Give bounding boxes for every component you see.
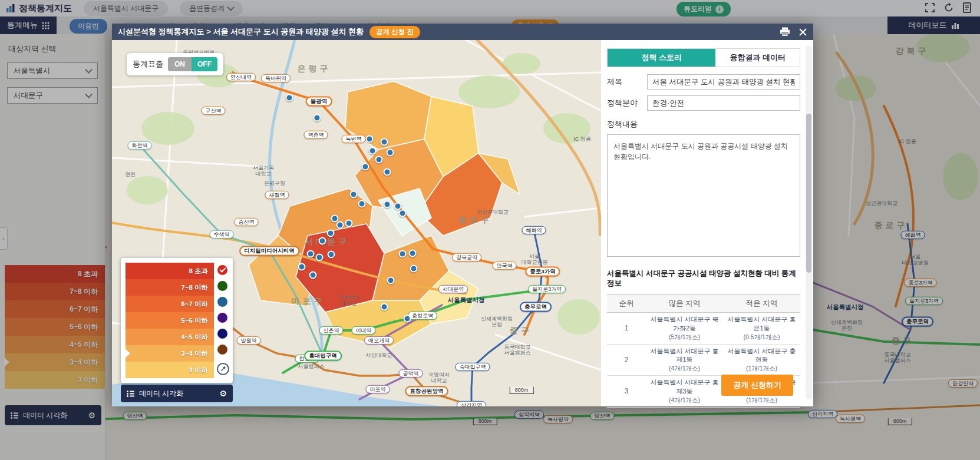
legend-band: 5~6 이하 xyxy=(126,312,214,329)
stats-table-cell: 서울특별시 서대문구 충현동(1개/1개소) xyxy=(723,344,800,376)
stats-table-cell: 1 xyxy=(607,313,646,345)
solar-facility-point xyxy=(375,156,383,164)
solar-facility-point xyxy=(387,277,395,284)
stats-table-cell: 3 xyxy=(607,376,646,408)
solar-facility-point xyxy=(298,263,306,271)
stats-section-title: 서울특별시 서대문구 공공시설 태양광 설치현황 대비 통계정보 xyxy=(607,269,800,289)
solar-facility-point xyxy=(307,250,315,258)
solar-facility-point xyxy=(410,265,418,273)
map-station-label: 애오개역 xyxy=(364,336,394,345)
toggle-on-button[interactable]: ON xyxy=(168,57,192,71)
solar-facility-point xyxy=(350,191,358,198)
toggle-off-button[interactable]: OFF xyxy=(192,57,217,71)
policy-map-modal: 시설분석형 정책통계지도 > 서울 서대문구 도시 공원과 태양광 설치 현황 … xyxy=(112,24,813,406)
stats-table-row: 2서울특별시 서대문구 홍제1동(4개/1개소)서울특별시 서대문구 충현동(1… xyxy=(607,344,800,376)
gear-icon[interactable]: ⚙ xyxy=(219,389,227,398)
layer-toggle-blue-dot[interactable] xyxy=(217,297,227,307)
layer-toggle-green-dot[interactable] xyxy=(217,281,227,291)
legend-band: 4~5 이하 xyxy=(126,329,214,345)
map-data-visualize-bar[interactable]: 데이터 시각화 ⚙ xyxy=(121,385,233,402)
map-label: 중구 xyxy=(510,326,532,335)
map-scale-bar: 800m xyxy=(510,387,534,394)
map-station-label: 새절역 xyxy=(265,191,289,199)
solar-facility-point xyxy=(366,135,374,143)
solar-facility-point xyxy=(328,251,335,259)
map-station-label: 수색역 xyxy=(210,230,234,239)
map-label: IC 정릉 xyxy=(573,136,591,142)
policy-statistics-map-app: 강북구성균관대학교종로구혜화역서울 대학교병원IC 정릉종로3가역을지로3가역서… xyxy=(0,0,980,460)
map-station-label: 녹번역 xyxy=(342,135,366,143)
layer-toggle-red-dot[interactable] xyxy=(217,265,227,275)
layer-toggle-navy-dot[interactable] xyxy=(217,329,227,339)
policy-story-panel: 정책 스토리 융합결과 데이터 제목 정책분야 정책내용 서울특별시 서대문구 … xyxy=(601,40,813,406)
solar-facility-point xyxy=(384,201,391,209)
map-station-label: 삼각지역 xyxy=(457,401,486,406)
map-station-label: 마포역 xyxy=(366,385,390,393)
map-station-label: 불광역 xyxy=(306,97,332,107)
solar-facility-point xyxy=(381,303,388,311)
map-label: 현천 xyxy=(125,171,136,177)
map-station-label: 독바위역 xyxy=(261,74,291,82)
title-input[interactable] xyxy=(647,74,800,90)
stats-table-cell: 서울특별시 서대문구 홍제1동(4개/1개소) xyxy=(646,344,723,376)
panel-scrollbar-thumb[interactable] xyxy=(806,114,811,273)
print-icon[interactable] xyxy=(780,27,790,37)
map-legend-panel: 8 초과7~8 이하6~7 이하5~6 이하4~5 이하3~4 이하3 이하 xyxy=(121,258,233,383)
map-station-label: 연신내역 xyxy=(226,73,256,81)
solar-facility-point xyxy=(316,254,324,262)
map-station-label: 숙대입구역 xyxy=(456,363,490,371)
title-field-label: 제목 xyxy=(607,77,647,87)
map-station-label: 홍대입구역 xyxy=(304,351,342,361)
solar-facility-point xyxy=(384,168,391,176)
modal-map[interactable]: 은평성모병원은평구연신내역독바위역불광역구산역역촌역화전역녹번역현천IC 정릉서… xyxy=(112,40,601,406)
solar-facility-point xyxy=(327,230,335,237)
map-station-label: 충정로역 xyxy=(408,312,437,320)
solar-facility-point xyxy=(409,250,417,257)
compass-icon[interactable] xyxy=(217,363,229,375)
map-station-label: 안국역 xyxy=(493,262,517,270)
map-label: 숙명여자 대학교 xyxy=(428,372,450,384)
tab-fusion-data[interactable]: 융합결과 데이터 xyxy=(715,49,800,67)
solar-facility-point xyxy=(345,220,353,227)
panel-scrollbar[interactable] xyxy=(806,46,812,399)
layer-toggle-purple-dot[interactable] xyxy=(217,313,227,323)
map-label: 마포구 xyxy=(292,296,325,306)
stats-table-cell: 서울특별시 서대문구 홍제3동(4개/1개소) xyxy=(646,376,723,408)
col-many-region: 많은 지역 xyxy=(646,295,723,313)
map-station-label: 화전역 xyxy=(128,141,152,150)
col-few-region: 적은 지역 xyxy=(723,295,800,313)
map-station-label: 경복궁역 xyxy=(452,253,481,262)
map-station-label: 종로3가역 xyxy=(525,267,560,277)
map-station-label: 구산역 xyxy=(202,107,226,115)
map-station-label: 서대문역 xyxy=(438,285,468,293)
map-label: 서울 대학교병원 xyxy=(522,253,548,266)
publish-request-button[interactable]: 공개 신청하기 xyxy=(721,375,793,396)
solar-facility-point xyxy=(336,221,344,229)
map-station-label: 효창공원앞역 xyxy=(405,386,448,396)
stat-toggle-label: 통계표출 xyxy=(133,59,163,70)
map-label: 은평구 xyxy=(298,64,331,73)
panel-tabs: 정책 스토리 융합결과 데이터 xyxy=(607,48,800,67)
solar-facility-point xyxy=(399,210,407,217)
layer-toggle-brown-dot[interactable] xyxy=(217,345,227,355)
solar-facility-point xyxy=(381,138,388,146)
map-station-label: 증산역 xyxy=(235,218,259,226)
stats-table-cell: 서울특별시 서대문구 홍은1동(0.5개/1개소) xyxy=(723,313,800,345)
publish-status-badge: 공개 신청 전 xyxy=(369,26,420,38)
list-icon xyxy=(127,390,134,397)
map-station-label: 신촌역 xyxy=(319,326,344,335)
map-station-label: 망원역 xyxy=(237,336,261,345)
policy-field-input[interactable] xyxy=(647,95,800,111)
solar-facility-point xyxy=(404,315,411,323)
solar-facility-point xyxy=(286,94,293,102)
stats-table-cell: 서울특별시 서대문구 북가좌2동(5개/1개소) xyxy=(646,313,723,345)
solar-facility-point xyxy=(319,237,326,245)
close-icon[interactable] xyxy=(798,28,807,37)
tab-policy-story[interactable]: 정책 스토리 xyxy=(608,49,715,67)
content-field-label: 정책내용 xyxy=(607,119,800,130)
content-textarea[interactable]: 서울특별시 서대문구 도시 공원과 공공시설 태양광 설치 현황입니다. xyxy=(607,134,800,257)
map-station-label: 이대역 xyxy=(352,326,376,335)
map-label: 서울특별시청 xyxy=(448,296,485,303)
map-label: 서울기독 대학교 xyxy=(253,165,274,177)
solar-facility-point xyxy=(362,163,369,171)
